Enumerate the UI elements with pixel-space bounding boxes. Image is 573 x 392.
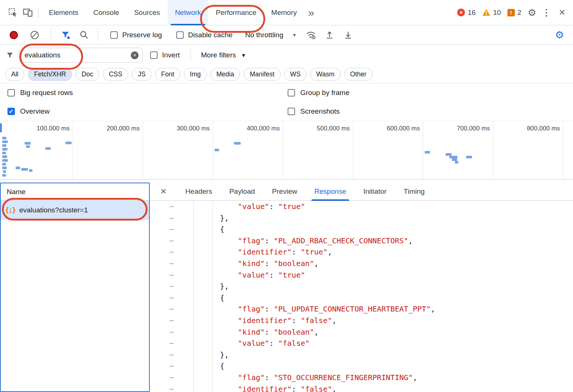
network-settings-gear-button[interactable]: ⚙ — [555, 29, 564, 41]
warning-badge[interactable]: 10 — [482, 9, 501, 17]
filter-funnel-icon — [61, 30, 70, 39]
gutter-fold-mark: – — [150, 212, 193, 224]
gutter-fold-mark: – — [150, 269, 193, 281]
chip-font[interactable]: Font — [155, 68, 180, 81]
screenshots-checkbox[interactable] — [288, 108, 295, 115]
response-json-line: }, — [202, 281, 573, 292]
search-button[interactable] — [76, 28, 91, 42]
response-json-line: "value": "false" — [202, 338, 573, 349]
detail-tab-payload[interactable]: Payload — [229, 183, 255, 201]
detail-tab-timing[interactable]: Timing — [404, 183, 425, 201]
network-split-view: Name {;} evaluations?cluster=1 ✕ Headers… — [0, 183, 573, 392]
error-badge[interactable]: ✕ 16 — [457, 9, 475, 17]
response-json-line: }, — [202, 212, 573, 224]
tab-console[interactable]: Console — [86, 0, 127, 25]
response-json-line: "flag": "STO_OCCURRENCE_FINGERPRINTING", — [202, 372, 573, 383]
chip-other[interactable]: Other — [344, 68, 373, 81]
device-toolbar-button[interactable] — [20, 5, 35, 20]
record-network-log-button[interactable] — [10, 31, 18, 39]
filter-text-input[interactable]: evaluations ✕ — [19, 48, 143, 63]
overview-label: Overview — [20, 107, 50, 116]
close-devtools-button[interactable]: ✕ — [557, 8, 568, 18]
small-funnel-icon — [6, 51, 14, 59]
import-har-button[interactable] — [322, 28, 337, 42]
network-toolbar: Preserve log Disable cache No throttling… — [0, 25, 573, 45]
chip-css[interactable]: CSS — [103, 68, 128, 81]
group-by-frame-checkbox[interactable] — [288, 89, 295, 97]
detail-tab-initiator[interactable]: Initiator — [363, 183, 386, 201]
request-timeline-bar — [3, 170, 6, 173]
response-json-line: { — [202, 224, 573, 235]
detail-tab-preview[interactable]: Preview — [272, 183, 297, 201]
chip-media[interactable]: Media — [210, 68, 240, 81]
requests-table: Name {;} evaluations?cluster=1 — [0, 183, 150, 392]
group-by-frame-toggle[interactable]: Group by frame — [288, 89, 349, 97]
toolbar-separator — [190, 50, 191, 61]
chip-wasm[interactable]: Wasm — [310, 68, 341, 81]
gutter-fold-mark: – — [150, 246, 193, 258]
chip-js[interactable]: JS — [132, 68, 151, 81]
response-line-gutter: ––––––––––––––––– — [150, 201, 194, 392]
screenshots-label: Screenshots — [300, 107, 340, 116]
disable-cache-checkbox[interactable] — [176, 31, 184, 39]
throttling-select[interactable]: No throttling ▾ — [245, 31, 296, 39]
gutter-fold-mark: – — [150, 201, 193, 212]
big-request-rows-toggle[interactable]: Big request rows — [0, 89, 288, 97]
request-timeline-bar — [26, 145, 30, 148]
request-details-panel: ✕ HeadersPayloadPreviewResponseInitiator… — [150, 183, 573, 392]
gutter-fold-mark: – — [150, 235, 193, 247]
inspect-element-button[interactable] — [5, 5, 20, 20]
chip-manifest[interactable]: Manifest — [244, 68, 280, 81]
request-row-selected[interactable]: {;} evaluations?cluster=1 — [1, 200, 149, 220]
clear-network-log-button[interactable] — [31, 31, 39, 39]
invert-filter-toggle[interactable]: Invert — [150, 51, 180, 59]
export-har-button[interactable] — [341, 28, 355, 42]
warning-icon — [482, 9, 491, 16]
customize-menu-button[interactable]: ⋮ — [540, 7, 553, 18]
timeline-tick: 300,000 ms — [143, 121, 213, 179]
disable-cache-toggle[interactable]: Disable cache — [176, 31, 232, 39]
big-request-rows-checkbox[interactable] — [7, 89, 15, 97]
request-timeline-bar — [2, 140, 8, 143]
response-viewer[interactable]: ––––––––––––––––– "value": "true" }, { "… — [150, 201, 573, 392]
tab-sources[interactable]: Sources — [127, 0, 168, 25]
issues-badge[interactable]: ! 2 — [507, 9, 522, 17]
chip-img[interactable]: Img — [184, 68, 207, 81]
overview-toggle[interactable]: ✓ Overview — [0, 107, 288, 116]
screenshots-toggle[interactable]: Screenshots — [288, 107, 340, 116]
panel-tabs: ElementsConsoleSourcesNetworkPerformance… — [41, 0, 304, 25]
network-overview-timeline[interactable]: 100,000 ms200,000 ms300,000 ms400,000 ms… — [0, 121, 573, 180]
more-panels-button[interactable]: » — [304, 6, 318, 19]
close-details-button[interactable]: ✕ — [160, 187, 167, 196]
chevron-down-icon: ▾ — [293, 32, 296, 38]
chip-fetch-xhr[interactable]: Fetch/XHR — [28, 68, 72, 81]
chip-doc[interactable]: Doc — [76, 68, 99, 81]
network-conditions-button[interactable] — [303, 28, 318, 42]
overview-left-handle[interactable] — [0, 123, 2, 132]
tab-performance[interactable]: Performance — [208, 0, 264, 25]
gutter-fold-mark: – — [150, 292, 193, 304]
request-timeline-bar — [449, 156, 458, 158]
detail-tabs-bar: ✕ HeadersPayloadPreviewResponseInitiator… — [150, 183, 573, 201]
filter-toggle-button[interactable] — [58, 28, 73, 42]
response-json-line: { — [202, 292, 573, 304]
name-column-header[interactable]: Name — [1, 183, 149, 200]
detail-tab-headers[interactable]: Headers — [186, 183, 212, 201]
request-name: evaluations?cluster=1 — [19, 206, 88, 214]
tab-elements[interactable]: Elements — [41, 0, 86, 25]
tab-network[interactable]: Network — [168, 0, 209, 25]
detail-tab-response[interactable]: Response — [314, 183, 346, 201]
more-filters-button[interactable]: More filters ▾ — [201, 51, 246, 59]
chip-all[interactable]: All — [5, 68, 24, 81]
overview-checkbox[interactable]: ✓ — [7, 108, 15, 115]
settings-gear-button[interactable]: ⚙ — [528, 7, 536, 18]
preserve-log-checkbox[interactable] — [110, 31, 118, 39]
chip-ws[interactable]: WS — [284, 68, 307, 81]
request-timeline-bar — [45, 147, 51, 150]
tab-memory[interactable]: Memory — [264, 0, 304, 25]
issue-count: 2 — [517, 9, 522, 17]
clear-filter-icon[interactable]: ✕ — [131, 51, 139, 59]
preserve-log-toggle[interactable]: Preserve log — [110, 31, 162, 39]
upload-icon — [325, 30, 334, 39]
invert-checkbox[interactable] — [150, 51, 158, 59]
